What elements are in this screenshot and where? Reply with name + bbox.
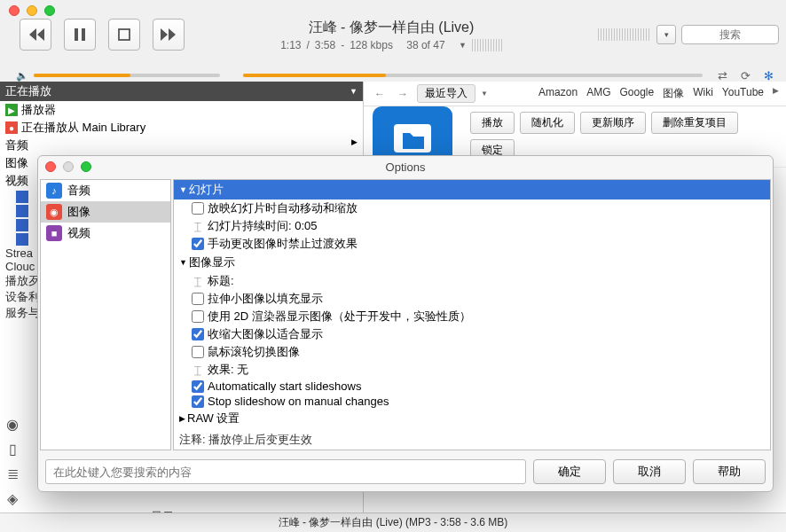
play-icon: ▶ — [5, 104, 18, 116]
chevron-down-icon: ▼ — [179, 185, 187, 194]
tag-icon[interactable]: ◈ — [4, 489, 21, 507]
external-links: Amazon AMG Google 图像 Wiki YouTube ▶ — [538, 86, 779, 101]
svg-rect-0 — [75, 28, 78, 41]
group-raw[interactable]: ▶ RAW 设置 — [174, 409, 770, 428]
chevron-right-icon[interactable]: ▶ — [773, 86, 779, 101]
opt-2d-renderer[interactable]: 使用 2D 渲染器显示图像（处于开发中，实验性质） — [174, 308, 770, 325]
search-wrap: ▾ — [598, 25, 779, 44]
options-cat-video[interactable]: ■ 视频 — [41, 223, 170, 244]
tab-recent-import[interactable]: 最近导入 — [417, 84, 476, 103]
track-title: 汪峰 - 像梦一样自由 (Live) — [309, 19, 475, 37]
record-icon: ● — [5, 121, 18, 134]
cancel-button[interactable]: 取消 — [613, 459, 686, 484]
svg-rect-1 — [82, 28, 85, 41]
checkbox[interactable] — [192, 310, 204, 323]
search-dropdown-button[interactable]: ▾ — [656, 25, 676, 44]
note-icon: ♪ — [46, 183, 62, 199]
options-cat-audio[interactable]: ♪ 音频 — [41, 180, 170, 201]
checkbox[interactable] — [192, 293, 204, 305]
volume-slider[interactable] — [34, 74, 220, 77]
minimize-icon — [63, 161, 74, 172]
opt-stop-manual[interactable]: Stop slideshow on manual changes — [174, 394, 770, 409]
chevron-down-icon[interactable]: ▼ — [459, 41, 467, 50]
time-total: 3:58 — [315, 39, 335, 51]
chevron-down-icon[interactable]: ▼ — [481, 90, 488, 98]
main-traffic-lights — [9, 5, 55, 16]
checkbox[interactable] — [192, 346, 204, 358]
pause-button[interactable] — [64, 19, 96, 51]
close-icon[interactable] — [9, 5, 20, 16]
phone-icon[interactable]: ▯ — [4, 440, 21, 458]
effect-icon: ⌶ — [192, 364, 204, 377]
options-search-input[interactable] — [45, 459, 526, 484]
now-playing-header: 正在播放 ▼ — [0, 82, 363, 101]
opt-stretch[interactable]: 拉伸小图像以填充显示 — [174, 290, 770, 308]
list-icon[interactable]: ≣ — [4, 465, 21, 482]
options-cat-image[interactable]: ◉ 图像 — [41, 201, 170, 223]
opt-autostart[interactable]: Automatically start slideshows — [174, 379, 770, 394]
opt-wheel-switch[interactable]: 鼠标滚轮切换图像 — [174, 343, 770, 361]
chevron-right-icon: ▶ — [351, 137, 358, 153]
now-playing-source-node[interactable]: ● 正在播放从 Main Library — [0, 119, 363, 137]
checkbox[interactable] — [192, 380, 204, 393]
camera-icon: ◉ — [46, 204, 62, 220]
close-icon[interactable] — [45, 161, 56, 172]
group-display[interactable]: ▼ 图像显示 — [174, 253, 770, 272]
tree-cat-audio[interactable]: 音频 ▶ — [0, 137, 363, 154]
shuffle-icon[interactable]: ⇄ — [715, 68, 729, 82]
gear-icon[interactable]: ✻ — [761, 68, 775, 82]
play-button[interactable]: 播放 — [470, 112, 515, 134]
update-order-button[interactable]: 更新顺序 — [580, 112, 646, 134]
folder-icon — [16, 219, 28, 231]
player-node[interactable]: ▶ 播放器 — [0, 101, 363, 119]
shuffle-button[interactable]: 随机化 — [520, 112, 575, 134]
folder-icon — [16, 233, 28, 246]
link-youtube[interactable]: YouTube — [722, 86, 764, 101]
link-google[interactable]: Google — [619, 86, 654, 101]
next-button[interactable] — [153, 19, 185, 51]
minimize-icon[interactable] — [27, 5, 37, 16]
opt-shrink[interactable]: 收缩大图像以适合显示 — [174, 325, 770, 343]
now-playing-source-label: 正在播放从 Main Library — [21, 120, 145, 136]
link-amg[interactable]: AMG — [586, 86, 610, 101]
checkbox[interactable] — [192, 238, 204, 250]
now-playing-label: 正在播放 — [5, 83, 51, 99]
collapse-icon[interactable]: ▼ — [350, 87, 358, 96]
opt-manual-change[interactable]: 手动更改图像时禁止过渡效果 — [174, 235, 770, 253]
checkbox[interactable] — [192, 202, 204, 215]
repeat-icon[interactable]: ⟳ — [738, 68, 752, 82]
options-category-list: ♪ 音频 ◉ 图像 ■ 视频 — [40, 179, 171, 450]
folder-icon — [16, 191, 28, 203]
playback-controls — [20, 19, 185, 51]
link-image[interactable]: 图像 — [663, 86, 684, 101]
track-info: 汪峰 - 像梦一样自由 (Live) 1:13/3:58 - 128 kbps … — [192, 19, 591, 51]
disc-icon[interactable]: ◉ — [4, 415, 21, 433]
volume-icon[interactable]: 🔈 — [16, 70, 28, 82]
search-input[interactable] — [681, 25, 779, 44]
link-amazon[interactable]: Amazon — [538, 86, 578, 101]
dialog-bottom-bar: 确定 取消 帮助 — [38, 452, 773, 491]
ok-button[interactable]: 确定 — [533, 459, 606, 484]
dedupe-button[interactable]: 删除重复项目 — [651, 112, 738, 134]
opt-caption[interactable]: ⌶ 标题: — [174, 272, 770, 290]
opt-effect[interactable]: ⌶ 效果: 无 — [174, 361, 770, 379]
link-wiki[interactable]: Wiki — [693, 86, 713, 101]
stop-button[interactable] — [108, 19, 140, 51]
zoom-icon[interactable] — [81, 161, 91, 172]
folder-icon — [16, 205, 28, 217]
dialog-titlebar: Options — [38, 156, 773, 177]
zoom-icon[interactable] — [44, 5, 55, 16]
help-button[interactable]: 帮助 — [693, 459, 766, 484]
checkbox[interactable] — [192, 395, 204, 408]
nav-back-icon[interactable]: ← — [371, 88, 389, 100]
opt-auto-move[interactable]: 放映幻灯片时自动移动和缩放 — [174, 200, 770, 217]
options-detail-panel: ▼ 幻灯片 放映幻灯片时自动移动和缩放 ⌶ 幻灯片持续时间: 0:05 手动更改… — [173, 179, 771, 450]
progress-slider[interactable] — [243, 74, 703, 77]
nav-fwd-icon[interactable]: → — [394, 88, 412, 100]
options-dialog: Options ♪ 音频 ◉ 图像 ■ 视频 ▼ 幻灯片 放映幻灯 — [37, 155, 774, 492]
group-slideshow[interactable]: ▼ 幻灯片 — [174, 180, 770, 200]
caption-icon: ⌶ — [192, 275, 204, 288]
prev-button[interactable] — [20, 19, 51, 51]
opt-duration[interactable]: ⌶ 幻灯片持续时间: 0:05 — [174, 217, 770, 235]
checkbox[interactable] — [192, 328, 204, 340]
